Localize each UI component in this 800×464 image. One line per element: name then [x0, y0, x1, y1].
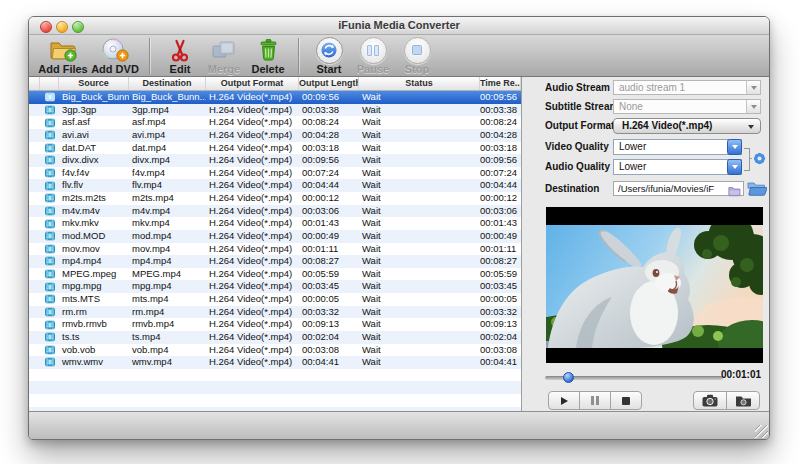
audio-stream-select[interactable]: audio stream 1 [613, 80, 761, 95]
table-row[interactable]: mov.movmov.mp4H.264 Video(*.mp4)00:01:11… [29, 243, 521, 256]
elapsed-time: 00:01:01 [721, 369, 761, 380]
column-header-output-length[interactable]: Output Length [299, 77, 359, 90]
cell-output-length: 00:03:08 [299, 344, 359, 357]
column-header-blank[interactable] [29, 77, 40, 90]
table-row[interactable]: avi.aviavi.mp4H.264 Video(*.mp4)00:04:28… [29, 129, 521, 142]
status-bar [29, 411, 769, 439]
cell-destination: mpg.mp4 [129, 280, 206, 293]
play-button[interactable] [548, 391, 580, 410]
table-row[interactable]: vob.vobvob.mp4H.264 Video(*.mp4)00:03:08… [29, 344, 521, 357]
stop-button[interactable]: Stop [395, 35, 439, 75]
table-row[interactable]: rm.rmrm.mp4H.264 Video(*.mp4)00:03:32Wai… [29, 306, 521, 319]
row-gutter [29, 344, 40, 357]
table-row[interactable]: flv.flvflv.mp4H.264 Video(*.mp4)00:04:44… [29, 179, 521, 192]
subtitle-stream-select[interactable]: None [613, 99, 761, 114]
cell-time-remaining: 00:03:06 [480, 205, 521, 218]
table-row[interactable]: wmv.wmvwmv.mp4H.264 Video(*.mp4)00:04:41… [29, 356, 521, 369]
pause-icon [591, 396, 599, 405]
table-row[interactable]: asf.asfasf.mp4H.264 Video(*.mp4)00:08:24… [29, 116, 521, 129]
cell-status: Wait [359, 167, 480, 180]
table-row[interactable]: mkv.mkvmkv.mp4H.264 Video(*.mp4)00:01:43… [29, 217, 521, 230]
cell-destination: f4v.mp4 [129, 167, 206, 180]
video-quality-select[interactable]: Lower [613, 139, 742, 155]
film-icon [40, 116, 59, 129]
film-icon [40, 104, 59, 117]
film-icon [40, 243, 59, 256]
destination-field[interactable] [613, 181, 744, 196]
chevron-down-icon [748, 125, 754, 129]
cell-destination: 3gp.mp4 [129, 104, 206, 117]
table-row[interactable]: mp4.mp4mp4.mp4H.264 Video(*.mp4)00:08:27… [29, 255, 521, 268]
cell-time-remaining: 00:05:59 [480, 268, 521, 281]
add-dvd-button[interactable]: Add DVD [89, 35, 141, 75]
cell-output-format: H.264 Video(*.mp4) [206, 331, 299, 344]
column-header-output-format[interactable]: Output Format [206, 77, 299, 90]
output-format-select[interactable]: H.264 Video(*.mp4) [613, 118, 761, 134]
title-bar[interactable]: iFunia Media Converter [29, 17, 769, 35]
cell-output-length: 00:03:18 [299, 142, 359, 155]
table-row[interactable]: mts.MTSmts.mp4H.264 Video(*.mp4)00:00:05… [29, 293, 521, 306]
cell-output-format: H.264 Video(*.mp4) [206, 268, 299, 281]
cell-status: Wait [359, 318, 480, 331]
subtitle-stream-label: Subtitle Stream [545, 101, 618, 112]
cell-time-remaining: 00:09:56 [480, 91, 521, 104]
film-icon [40, 230, 59, 243]
window-title: iFunia Media Converter [29, 19, 769, 31]
cell-source: flv.flv [59, 179, 129, 192]
resize-grip[interactable] [755, 425, 768, 438]
cell-source: m2ts.m2ts [59, 192, 129, 205]
snapshot-button[interactable] [693, 391, 727, 410]
table-row[interactable]: f4v.f4vf4v.mp4H.264 Video(*.mp4)00:07:24… [29, 167, 521, 180]
cell-status: Wait [359, 255, 480, 268]
table-row[interactable]: dat.DATdat.mp4H.264 Video(*.mp4)00:03:18… [29, 142, 521, 155]
delete-button[interactable]: Delete [246, 35, 290, 75]
edit-button[interactable]: Edit [158, 35, 202, 75]
table-row[interactable]: ts.tsts.mp4H.264 Video(*.mp4)00:02:04Wai… [29, 331, 521, 344]
seek-knob[interactable] [563, 372, 574, 383]
cell-output-length: 00:08:24 [299, 116, 359, 129]
quality-settings-gear-icon[interactable] [751, 150, 768, 171]
quality-bracket [744, 148, 750, 171]
add-files-button[interactable]: Add Files [37, 35, 89, 75]
cell-status: Wait [359, 142, 480, 155]
snapshot-folder-button[interactable] [726, 391, 760, 410]
stop-icon [622, 397, 630, 405]
merge-button[interactable]: Merge [202, 35, 246, 75]
chevron-down-icon [727, 139, 742, 155]
column-header-time-remaining[interactable]: Time Re... [480, 77, 521, 90]
column-header-source[interactable]: Source [59, 77, 129, 90]
cell-source: avi.avi [59, 129, 129, 142]
audio-quality-select[interactable]: Lower [613, 159, 742, 175]
playback-controls [548, 391, 642, 410]
start-button[interactable]: Start [307, 35, 351, 75]
table-row[interactable]: divx.divxdivx.mp4H.264 Video(*.mp4)00:09… [29, 154, 521, 167]
cell-status: Wait [359, 129, 480, 142]
cell-time-remaining: 00:09:56 [480, 154, 521, 167]
film-icon [40, 280, 59, 293]
cell-time-remaining: 00:09:13 [480, 318, 521, 331]
pause-button[interactable]: Pause [351, 35, 395, 75]
table-row[interactable]: mod.MODmod.mp4H.264 Video(*.mp4)00:00:49… [29, 230, 521, 243]
table-row[interactable]: 3gp.3gp3gp.mp4H.264 Video(*.mp4)00:03:38… [29, 104, 521, 117]
table-row[interactable]: mpg.mpgmpg.mp4H.264 Video(*.mp4)00:03:45… [29, 280, 521, 293]
column-header-icon[interactable] [40, 77, 59, 90]
film-icon [40, 268, 59, 281]
seek-slider[interactable] [545, 376, 723, 380]
pause-preview-button[interactable] [579, 391, 611, 410]
column-header-destination[interactable]: Destination [129, 77, 206, 90]
cell-source: mov.mov [59, 243, 129, 256]
cell-source: f4v.f4v [59, 167, 129, 180]
stop-icon [395, 37, 439, 63]
cell-status: Wait [359, 91, 480, 104]
browse-destination-folder-button[interactable] [747, 180, 767, 196]
table-row[interactable]: Big_Buck_BunnyBig_Buck_Bunn...H.264 Vide… [29, 91, 521, 104]
table-row[interactable]: rmvb.rmvbrmvb.mp4H.264 Video(*.mp4)00:09… [29, 318, 521, 331]
cell-time-remaining: 00:00:05 [480, 293, 521, 306]
table-row[interactable]: m4v.m4vm4v.mp4H.264 Video(*.mp4)00:03:06… [29, 205, 521, 218]
table-row[interactable]: m2ts.m2tsm2ts.mp4H.264 Video(*.mp4)00:00… [29, 192, 521, 205]
film-icon [40, 318, 59, 331]
table-row[interactable]: MPEG.mpegMPEG.mp4H.264 Video(*.mp4)00:05… [29, 268, 521, 281]
audio-quality-value: Lower [619, 161, 646, 172]
stop-preview-button[interactable] [610, 391, 642, 410]
column-header-status[interactable]: Status [359, 77, 480, 90]
